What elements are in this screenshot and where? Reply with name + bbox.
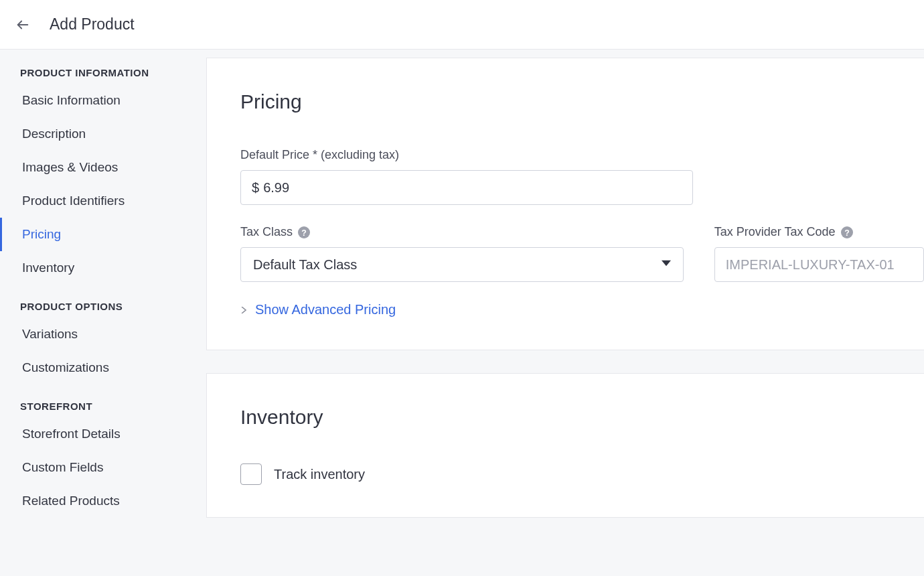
tax-code-group: Tax Provider Tax Code ?	[714, 225, 924, 282]
inventory-card: Inventory Track inventory	[206, 373, 924, 518]
tax-class-label-text: Tax Class	[240, 225, 293, 239]
default-price-input[interactable]	[263, 180, 682, 196]
page-title: Add Product	[50, 15, 135, 33]
sidebar-item-related-products[interactable]: Related Products	[0, 484, 206, 518]
sidebar-section-title: STOREFRONT	[0, 397, 206, 417]
sidebar-item-inventory[interactable]: Inventory	[0, 251, 206, 285]
tax-code-input-wrap[interactable]	[714, 247, 924, 282]
sidebar: PRODUCT INFORMATION Basic Information De…	[0, 50, 206, 576]
tax-code-input[interactable]	[726, 257, 913, 273]
tax-class-select[interactable]: Default Tax Class	[240, 247, 684, 282]
tax-code-label-text: Tax Provider Tax Code	[714, 225, 836, 239]
inventory-title: Inventory	[240, 406, 924, 429]
chevron-right-icon	[240, 307, 247, 313]
sidebar-item-pricing[interactable]: Pricing	[0, 218, 206, 251]
sidebar-section-title: PRODUCT OPTIONS	[0, 297, 206, 317]
sidebar-item-basic-information[interactable]: Basic Information	[0, 84, 206, 117]
svg-text:?: ?	[844, 228, 850, 237]
tax-code-label: Tax Provider Tax Code ?	[714, 225, 924, 239]
default-price-input-wrap[interactable]: $	[240, 170, 693, 205]
tax-class-label: Tax Class ?	[240, 225, 684, 239]
sidebar-section-title: PRODUCT INFORMATION	[0, 63, 206, 84]
body-area: PRODUCT INFORMATION Basic Information De…	[0, 50, 924, 576]
sidebar-item-product-identifiers[interactable]: Product Identifiers	[0, 184, 206, 218]
track-inventory-label: Track inventory	[274, 467, 365, 482]
default-price-label: Default Price * (excluding tax)	[240, 148, 693, 162]
show-advanced-pricing-label: Show Advanced Pricing	[255, 302, 396, 317]
sidebar-item-images-videos[interactable]: Images & Videos	[0, 151, 206, 184]
pricing-title: Pricing	[240, 90, 924, 113]
sidebar-item-custom-fields[interactable]: Custom Fields	[0, 451, 206, 484]
help-icon[interactable]: ?	[841, 226, 853, 238]
show-advanced-pricing[interactable]: Show Advanced Pricing	[240, 302, 924, 317]
sidebar-item-customizations[interactable]: Customizations	[0, 351, 206, 384]
track-inventory-row[interactable]: Track inventory	[240, 463, 924, 485]
default-price-group: Default Price * (excluding tax) $	[240, 148, 693, 205]
header-bar: Add Product	[0, 0, 924, 50]
back-button[interactable]	[12, 14, 33, 35]
svg-text:?: ?	[301, 228, 307, 237]
pricing-card: Pricing Default Price * (excluding tax) …	[206, 58, 924, 350]
help-icon[interactable]: ?	[298, 226, 310, 238]
sidebar-item-description[interactable]: Description	[0, 117, 206, 151]
currency-symbol: $	[252, 180, 259, 196]
tax-class-value: Default Tax Class	[253, 257, 357, 273]
sidebar-item-storefront-details[interactable]: Storefront Details	[0, 417, 206, 451]
tax-class-group: Tax Class ? Default Tax Class	[240, 225, 684, 282]
arrow-left-icon	[15, 17, 30, 32]
sidebar-item-variations[interactable]: Variations	[0, 317, 206, 351]
track-inventory-checkbox[interactable]	[240, 463, 262, 485]
main-content: Pricing Default Price * (excluding tax) …	[206, 50, 924, 576]
chevron-down-icon	[662, 259, 671, 271]
